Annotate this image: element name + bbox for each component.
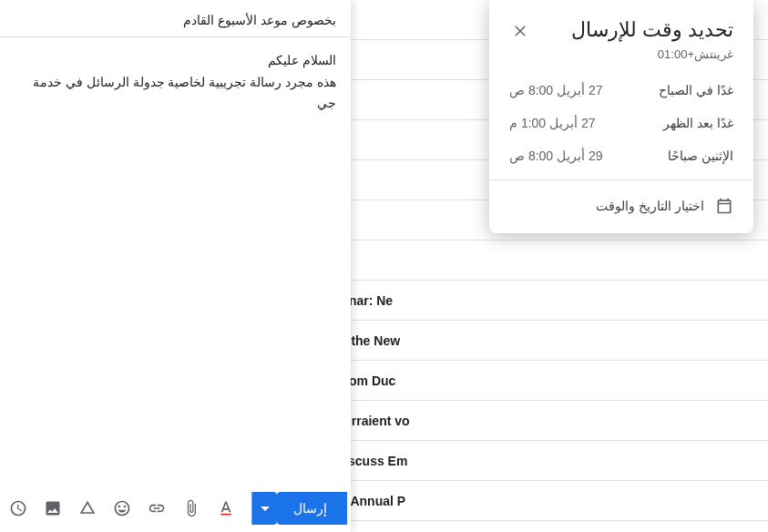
send-button-group: إرسال bbox=[251, 492, 347, 525]
svg-rect-0 bbox=[220, 514, 231, 516]
divider bbox=[489, 179, 753, 180]
attach-file-icon[interactable] bbox=[182, 499, 200, 517]
custom-datetime-label: اختيار التاريخ والوقت bbox=[596, 199, 704, 213]
popup-timezone: غرينتش+01:00 bbox=[509, 47, 733, 61]
close-icon[interactable] bbox=[509, 20, 531, 42]
confidential-mode-icon[interactable] bbox=[9, 499, 27, 517]
option-time: 27 أبريل 8:00 ص bbox=[509, 83, 603, 97]
send-options-dropdown[interactable] bbox=[251, 492, 277, 525]
compose-body-line: هذه مجرد رسالة تجريبية لخاصية جدولة الرس… bbox=[15, 72, 336, 113]
popup-title: تحديد وقت للإرسال bbox=[571, 18, 733, 42]
send-button[interactable]: إرسال bbox=[277, 492, 347, 525]
option-time: 27 أبريل 1:00 م bbox=[509, 116, 596, 130]
calendar-icon bbox=[715, 197, 733, 215]
compose-body-line: السلام عليكم bbox=[15, 50, 336, 70]
option-label: غدًا في الصباح bbox=[659, 83, 733, 97]
emoji-icon[interactable] bbox=[113, 499, 131, 517]
schedule-option-monday-morning[interactable]: الإثنين صباحًا 29 أبريل 8:00 ص bbox=[509, 139, 733, 172]
schedule-send-popup: تحديد وقت للإرسال غرينتش+01:00 غدًا في ا… bbox=[489, 0, 753, 233]
schedule-pick-datetime[interactable]: اختيار التاريخ والوقت bbox=[509, 188, 733, 217]
option-label: غدًا بعد الظهر bbox=[663, 116, 733, 130]
compose-toolbar: إرسال bbox=[0, 485, 351, 532]
compose-subject[interactable]: بخصوص موعد الأسبوع القادم bbox=[0, 0, 351, 37]
compose-body[interactable]: السلام عليكم هذه مجرد رسالة تجريبية لخاص… bbox=[0, 37, 351, 485]
option-time: 29 أبريل 8:00 ص bbox=[509, 148, 603, 163]
compose-panel: بخصوص موعد الأسبوع القادم السلام عليكم ه… bbox=[0, 0, 351, 532]
option-label: الإثنين صباحًا bbox=[668, 148, 733, 163]
insert-link-icon[interactable] bbox=[148, 499, 166, 517]
popup-header: تحديد وقت للإرسال bbox=[509, 18, 733, 42]
text-format-icon[interactable] bbox=[217, 499, 235, 517]
drive-icon[interactable] bbox=[78, 499, 97, 517]
schedule-option-tomorrow-afternoon[interactable]: غدًا بعد الظهر 27 أبريل 1:00 م bbox=[509, 107, 733, 139]
schedule-option-tomorrow-morning[interactable]: غدًا في الصباح 27 أبريل 8:00 ص bbox=[509, 74, 733, 107]
insert-photo-icon[interactable] bbox=[44, 499, 62, 517]
